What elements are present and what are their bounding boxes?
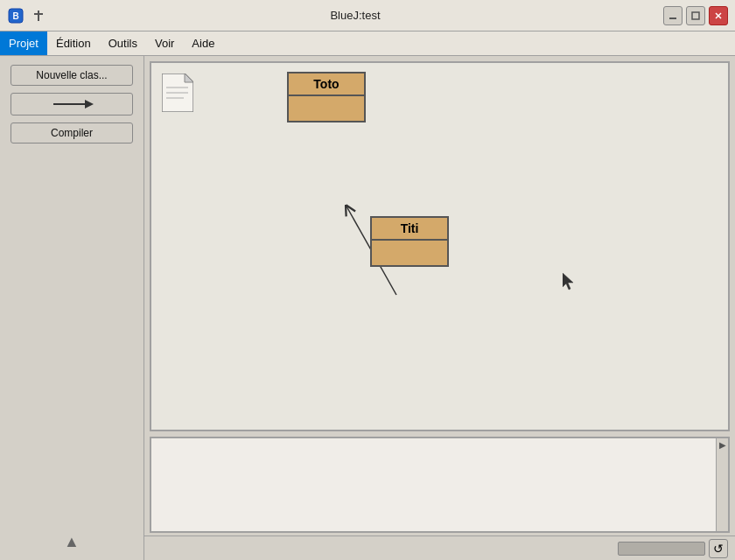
- class-toto-body: [289, 96, 364, 121]
- titlebar-controls: [663, 6, 728, 25]
- svg-marker-11: [185, 74, 193, 82]
- progress-bar: [618, 542, 705, 556]
- maximize-button[interactable]: [686, 6, 705, 25]
- class-titi-name: Titi: [372, 218, 447, 241]
- sidebar: Nouvelle clas... Compiler ▲: [0, 56, 144, 560]
- output-content: [151, 438, 728, 531]
- svg-text:B: B: [12, 11, 18, 21]
- close-button[interactable]: [709, 6, 728, 25]
- titlebar-left: B: [7, 7, 47, 24]
- output-area: ▶: [150, 437, 730, 533]
- main-content: Nouvelle clas... Compiler ▲: [0, 56, 735, 560]
- svg-marker-9: [85, 100, 94, 108]
- output-scrollbar[interactable]: ▶: [716, 438, 728, 531]
- right-panel: Toto Titi ▶ ↺: [144, 56, 735, 560]
- scroll-up-button[interactable]: ▲: [64, 533, 80, 551]
- window-title: BlueJ:test: [47, 9, 663, 22]
- svg-rect-5: [692, 12, 699, 19]
- arrow-tool-button[interactable]: [10, 93, 133, 116]
- class-titi-body: [372, 241, 447, 265]
- new-class-button[interactable]: Nouvelle clas...: [10, 65, 133, 86]
- menu-outils[interactable]: Outils: [100, 32, 146, 55]
- pin-icon: [30, 7, 47, 24]
- compile-button[interactable]: Compiler: [10, 122, 133, 144]
- class-toto[interactable]: Toto: [287, 72, 366, 122]
- menu-voir[interactable]: Voir: [146, 32, 183, 55]
- menu-edition[interactable]: Édition: [47, 32, 100, 55]
- canvas-area[interactable]: Toto Titi: [150, 61, 730, 431]
- class-titi[interactable]: Titi: [370, 216, 449, 267]
- bluej-icon: B: [7, 7, 24, 24]
- menu-projet[interactable]: Projet: [0, 32, 47, 55]
- titlebar: B BlueJ:test: [0, 0, 735, 32]
- minimize-button[interactable]: [663, 6, 682, 25]
- document-icon[interactable]: [162, 74, 193, 112]
- scroll-right-arrow[interactable]: ▶: [719, 440, 726, 450]
- svg-marker-16: [563, 273, 573, 290]
- class-toto-name: Toto: [289, 74, 364, 96]
- refresh-button[interactable]: ↺: [709, 539, 728, 558]
- menu-aide[interactable]: Aide: [183, 32, 223, 55]
- cursor-icon: [563, 273, 577, 295]
- menubar: Projet Édition Outils Voir Aide: [0, 32, 735, 56]
- bottombar: ↺: [144, 536, 735, 560]
